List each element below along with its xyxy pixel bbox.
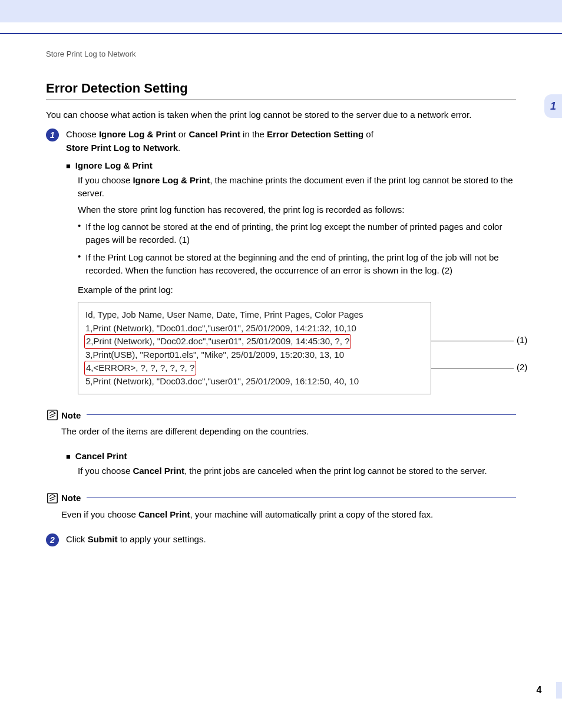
page-number-accent (556, 682, 562, 699)
text: or (176, 129, 189, 139)
text: to apply your settings. (118, 534, 206, 544)
option-ignore-title: Ignore Log & Print (75, 160, 516, 170)
page-number: 4 (530, 682, 548, 699)
text: in the (240, 129, 267, 139)
bullet-text-2: If the Print Log cannot be stored at the… (85, 251, 516, 277)
square-bullet-icon: ■ (66, 452, 71, 461)
option-cancel-title: Cancel Print (75, 451, 516, 461)
text-bold: Submit (88, 534, 118, 544)
bullet-icon: • (78, 220, 81, 246)
note-rule (87, 498, 516, 499)
log-header: Id, Type, Job Name, User Name, Date, Tim… (85, 308, 424, 322)
text: Even if you choose (61, 509, 138, 519)
ignore-desc-1: If you choose Ignore Log & Print, the ma… (78, 174, 516, 200)
step-2-text: Click Submit to apply your settings. (66, 533, 516, 546)
cancel-desc: If you choose Cancel Print, the print jo… (78, 465, 516, 477)
text: , the print jobs are canceled when the p… (184, 466, 487, 476)
text-bold: Cancel Print (189, 129, 240, 139)
heading-rule (46, 100, 516, 100)
text: Choose (66, 129, 99, 139)
note-2-text: Even if you choose Cancel Print, your ma… (61, 508, 516, 521)
text: If you choose (78, 466, 133, 476)
top-banner (0, 0, 562, 22)
note-2-header: Note (46, 492, 516, 505)
log-box: Id, Type, Job Name, User Name, Date, Tim… (78, 302, 431, 394)
note-title: Note (61, 410, 81, 420)
note-rule (87, 414, 516, 416)
callout-line-1 (431, 341, 514, 341)
example-label: Example of the print log: (78, 285, 516, 295)
option-ignore: ■ Ignore Log & Print (66, 160, 516, 170)
text-bold: Ignore Log & Print (99, 129, 176, 139)
ignore-desc-2: When the store print log function has re… (78, 203, 516, 216)
log-row-highlight-1: 2,Print (Network), "Doc02.doc","user01",… (85, 335, 424, 348)
divider (0, 33, 562, 34)
page-title: Error Detection Setting (46, 81, 516, 96)
note-title: Note (61, 493, 81, 503)
step-badge-2: 2 (46, 533, 59, 546)
text-bold: Cancel Print (133, 466, 184, 476)
text: . (178, 143, 180, 153)
text-bold: Error Detection Setting (267, 129, 363, 139)
bullet-icon: • (78, 251, 81, 277)
note-1-text: The order of the items are different dep… (61, 425, 516, 438)
option-cancel: ■ Cancel Print (66, 451, 516, 461)
callout-label-1: (1) (517, 335, 527, 345)
square-bullet-icon: ■ (66, 162, 71, 170)
note-icon (46, 409, 59, 421)
text: of (363, 129, 373, 139)
highlight-box: 4,<ERROR>, ?, ?, ?, ?, ?, ? (84, 361, 196, 375)
log-row-highlight-2: 4,<ERROR>, ?, ?, ?, ?, ?, ? (85, 361, 424, 375)
text-bold: Store Print Log to Network (66, 143, 178, 153)
log-row: 3,Print(USB), "Report01.els", "Mike", 25… (85, 348, 424, 362)
text-bold: Cancel Print (138, 509, 190, 519)
text: , your machine will automatically print … (190, 509, 433, 519)
log-example: Id, Type, Job Name, User Name, Date, Tim… (78, 302, 516, 394)
step-1: 1 Choose Ignore Log & Print or Cancel Pr… (46, 128, 516, 154)
step-2: 2 Click Submit to apply your settings. (46, 533, 516, 546)
list-item: • If the log cannot be stored at the end… (78, 220, 516, 246)
step-badge-1: 1 (46, 129, 59, 141)
callout-label-2: (2) (517, 362, 527, 372)
note-icon (46, 492, 59, 505)
breadcrumb: Store Print Log to Network (46, 50, 516, 58)
log-row: 1,Print (Network), "Doc01.doc","user01",… (85, 322, 424, 335)
highlight-box: 2,Print (Network), "Doc02.doc","user01",… (84, 334, 351, 349)
log-row: 5,Print (Network), "Doc03.doc","user01",… (85, 375, 424, 388)
text: If you choose (78, 175, 133, 185)
text: Click (66, 534, 88, 544)
note-1-header: Note (46, 409, 516, 421)
text-bold: Ignore Log & Print (133, 175, 210, 185)
list-item: • If the Print Log cannot be stored at t… (78, 251, 516, 277)
bullet-text-1: If the log cannot be stored at the end o… (85, 220, 516, 246)
step-1-text: Choose Ignore Log & Print or Cancel Prin… (66, 128, 516, 154)
intro-paragraph: You can choose what action is taken when… (46, 108, 516, 121)
callout-line-2 (431, 368, 514, 368)
